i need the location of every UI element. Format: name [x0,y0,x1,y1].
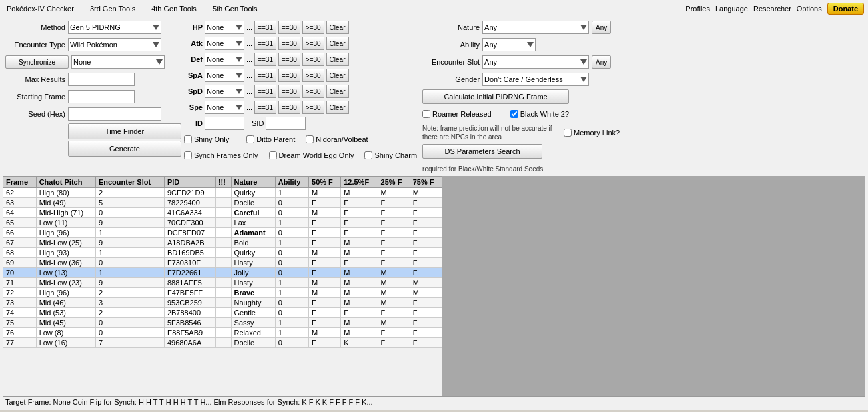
gender-select[interactable]: Don't Care / Genderless [482,73,589,86]
col-marks[interactable]: !!! [215,177,231,188]
nidoran-checkbox[interactable] [306,135,314,143]
spe-select[interactable]: None [205,101,244,114]
table-row[interactable]: 64Mid-High (71)041C6A334Careful0MFFF [3,208,442,218]
spd-30-button[interactable]: ==30 [278,85,300,98]
spd-31-button[interactable]: ==31 [254,85,276,98]
table-row[interactable]: 69Mid-Low (36)0F730310FHasty0FFFF [3,258,442,268]
bw2-label[interactable]: Black White 2? [510,110,569,118]
spa-select[interactable]: None [205,69,244,82]
shiny-only-label[interactable]: Shiny Only [184,135,229,143]
def-30-button[interactable]: ==30 [278,53,300,66]
memory-link-label[interactable]: Memory Link? [564,129,620,137]
hp-31-button[interactable]: ==31 [254,21,276,34]
table-row[interactable]: 76Low (8)0E88F5AB9Relaxed1MMFF [3,328,442,338]
synch-frames-label[interactable]: Synch Frames Only [184,151,258,159]
synchronize-select[interactable]: None [71,55,165,69]
table-row[interactable]: 70Low (13)1F7D22661Jolly0FMMF [3,268,442,278]
col-ability[interactable]: Ability [275,177,308,188]
atk-select[interactable]: None [205,37,244,50]
shiny-only-checkbox[interactable] [184,135,192,143]
donate-button[interactable]: Donate [827,3,864,15]
roamer-label[interactable]: Roamer Released [422,110,492,118]
def-ge30-button[interactable]: >=30 [302,53,324,66]
col-f75[interactable]: 75% F [410,177,442,188]
id-input[interactable]: 0 [205,117,244,130]
ditto-parent-checkbox[interactable] [246,135,254,143]
atk-ge30-button[interactable]: >=30 [302,37,324,50]
seed-hex-input[interactable]: F83E0EB5E2147C1_ [68,107,161,121]
nidoran-label[interactable]: Nidoran/Volbeat [306,135,368,143]
spa-ge30-button[interactable]: >=30 [302,69,324,82]
time-finder-button[interactable]: Time Finder [68,123,181,139]
def-31-button[interactable]: ==31 [254,53,276,66]
def-clear-button[interactable]: Clear [326,53,349,66]
table-row[interactable]: 74Mid (53)22B788400Gentle0FFFF [3,308,442,318]
table-row[interactable]: 68High (93)1BD169DB5Quirky0MMFF [3,248,442,258]
synch-frames-checkbox[interactable] [184,151,192,159]
table-row[interactable]: 66High (96)1DCF8ED07Adamant0FFFF [3,228,442,238]
table-row[interactable]: 77Low (16)749680A6ADocile0FKFF [3,338,442,348]
menu-language[interactable]: Language [715,5,748,13]
dream-world-checkbox[interactable] [269,151,277,159]
dream-world-label[interactable]: Dream World Egg Only [269,151,354,159]
sid-input[interactable]: 49794 [266,117,306,130]
col-f25[interactable]: 25% F [378,177,410,188]
hp-select[interactable]: None [205,21,244,34]
shiny-charm-checkbox[interactable] [364,151,372,159]
menu-researcher[interactable]: Researcher [753,5,791,13]
atk-31-button[interactable]: ==31 [254,37,276,50]
bw2-checkbox[interactable] [510,110,518,118]
atk-clear-button[interactable]: Clear [326,37,349,50]
hp-30-button[interactable]: ==30 [278,21,300,34]
encounter-type-select[interactable]: Wild Pokémon [68,38,161,51]
table-row[interactable]: 71Mid-Low (23)98881AEF5Hasty1MMMM [3,278,442,288]
hp-clear-button[interactable]: Clear [326,21,349,34]
roamer-checkbox[interactable] [422,110,430,118]
table-row[interactable]: 63Mid (49)578229400Docile0FFFF [3,198,442,208]
ability-select[interactable]: Any [482,38,536,51]
col-pid[interactable]: PID [164,177,215,188]
generate-button[interactable]: Generate [68,141,181,157]
table-row[interactable]: 65Low (11)970CDE300Lax1FFFF [3,218,442,228]
menu-3rd-gen[interactable]: 3rd Gen Tools [87,3,138,14]
ds-params-button[interactable]: DS Parameters Search [422,144,542,159]
col-nature[interactable]: Nature [231,177,275,188]
table-scroll[interactable]: Frame Chatot Pitch Encounter Slot PID !!… [3,176,442,396]
max-results-input[interactable]: 100000 [68,73,135,86]
nature-select[interactable]: Any [482,21,589,34]
synchronize-button[interactable]: Synchronize [5,55,69,69]
spe-31-button[interactable]: ==31 [254,101,276,114]
spa-clear-button[interactable]: Clear [326,69,349,82]
def-select[interactable]: None [205,53,244,66]
menu-options[interactable]: Options [797,5,822,13]
menu-checker[interactable]: Pokédex-IV Checker [4,3,77,14]
encounter-slot-any-button[interactable]: Any [592,55,611,69]
ditto-parent-label[interactable]: Ditto Parent [246,135,295,143]
spe-30-button[interactable]: ==30 [278,101,300,114]
starting-frame-input[interactable]: 50 [68,90,135,103]
shiny-charm-label[interactable]: Shiny Charm [364,151,417,159]
table-row[interactable]: 67Mid-Low (25)9A18DBA2BBold1FMFF [3,238,442,248]
memory-link-checkbox[interactable] [564,129,572,137]
method-select[interactable]: Gen 5 PIDRNG [68,21,161,34]
spd-ge30-button[interactable]: >=30 [302,85,324,98]
table-row[interactable]: 73Mid (46)3953CB259Naughty0FMMF [3,298,442,308]
col-f50[interactable]: 50% F [309,177,341,188]
spa-30-button[interactable]: ==30 [278,69,300,82]
spd-select[interactable]: None [205,85,244,98]
table-row[interactable]: 62High (80)29CED21D9Quirky1MMMM [3,188,442,198]
spd-clear-button[interactable]: Clear [326,85,349,98]
menu-5th-gen[interactable]: 5th Gen Tools [210,3,260,14]
nature-any-button[interactable]: Any [592,21,611,34]
table-row[interactable]: 75Mid (45)05F3B8546Sassy1FMMF [3,318,442,328]
menu-4th-gen[interactable]: 4th Gen Tools [149,3,199,14]
encounter-slot-select[interactable]: Any [482,55,589,69]
spa-31-button[interactable]: ==31 [254,69,276,82]
spe-ge30-button[interactable]: >=30 [302,101,324,114]
table-row[interactable]: 72High (96)2F47BE5FFBrave1MMMM [3,288,442,298]
menu-profiles[interactable]: Profiles [685,5,710,13]
col-f125[interactable]: 12.5%F [341,177,378,188]
col-slot[interactable]: Encounter Slot [95,177,164,188]
calc-initial-button[interactable]: Calculate Initial PIDRNG Frame [422,89,569,104]
atk-30-button[interactable]: ==30 [278,37,300,50]
